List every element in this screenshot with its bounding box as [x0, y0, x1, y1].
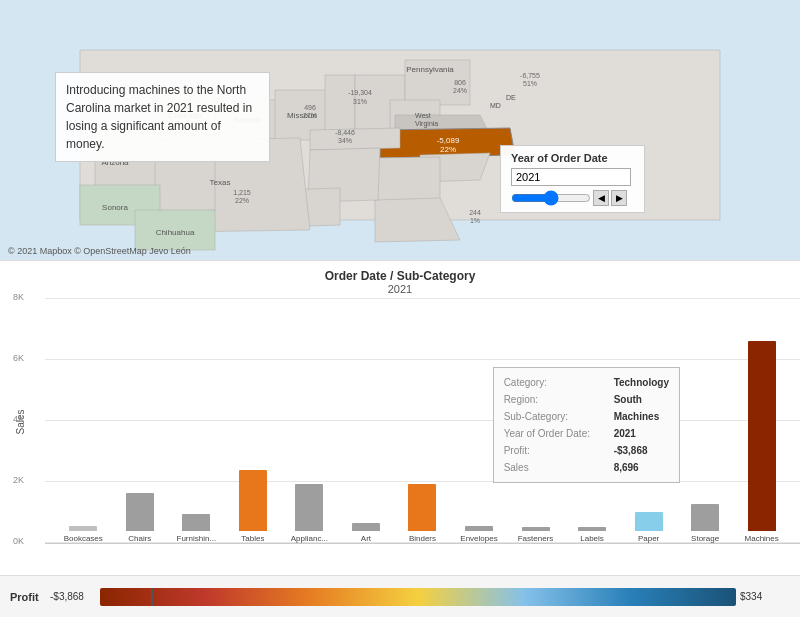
bar[interactable] [126, 493, 154, 531]
bar[interactable] [635, 512, 663, 531]
bar[interactable] [522, 527, 550, 531]
svg-text:806: 806 [454, 79, 466, 86]
bar-group: Envelopes [451, 299, 508, 543]
y-tick: 6K [13, 353, 24, 363]
y-tick: 2K [13, 475, 24, 485]
profit-gradient-bar [100, 588, 736, 606]
bar-group: Applianc... [281, 299, 338, 543]
bar[interactable] [465, 526, 493, 531]
year-prev-btn[interactable]: ◀ [593, 190, 609, 206]
svg-text:Chihuahua: Chihuahua [156, 228, 195, 237]
bar[interactable] [239, 470, 267, 531]
map-annotation: Introducing machines to the North Caroli… [55, 72, 270, 162]
bar-label: Binders [409, 534, 436, 543]
chart-section: Order Date / Sub-Category 2021 Sales 8K … [0, 260, 800, 575]
chart-title: Order Date / Sub-Category [0, 269, 800, 283]
bar-group: Furnishin... [168, 299, 225, 543]
svg-text:1,215: 1,215 [233, 189, 251, 196]
svg-text:-8,446: -8,446 [335, 129, 355, 136]
svg-text:1%: 1% [470, 217, 480, 224]
bar-label: Chairs [128, 534, 151, 543]
year-filter-input[interactable] [511, 168, 631, 186]
year-filter-label: Year of Order Date [511, 152, 634, 164]
bar-label: Envelopes [460, 534, 497, 543]
svg-text:22%: 22% [235, 197, 249, 204]
svg-text:27%: 27% [303, 112, 317, 119]
bar-group: Tables [225, 299, 282, 543]
svg-text:West: West [415, 112, 431, 119]
svg-text:Virginia: Virginia [415, 120, 438, 128]
bar-label: Bookcases [64, 534, 103, 543]
bar-label: Fasteners [518, 534, 554, 543]
svg-text:31%: 31% [353, 98, 367, 105]
svg-text:244: 244 [469, 209, 481, 216]
y-tick: 8K [13, 292, 24, 302]
profit-label: Profit [10, 591, 50, 603]
svg-text:51%: 51% [523, 80, 537, 87]
year-slider[interactable] [511, 190, 591, 206]
map-section: Colorado Kansas Missouri Pennsylvania -5… [0, 0, 800, 260]
bar-group: Bookcases [55, 299, 112, 543]
bar-label: Tables [241, 534, 264, 543]
bar-label: Labels [580, 534, 604, 543]
svg-text:-6,755: -6,755 [520, 72, 540, 79]
bar[interactable] [352, 523, 380, 531]
bar-group: Fasteners [507, 299, 564, 543]
svg-text:-19,304: -19,304 [348, 89, 372, 96]
bar[interactable] [69, 526, 97, 531]
profit-indicator [151, 588, 153, 606]
svg-text:22%: 22% [440, 145, 456, 154]
bar-group: Storage [677, 299, 734, 543]
bar[interactable] [578, 527, 606, 531]
bar[interactable] [295, 484, 323, 532]
annotation-text: Introducing machines to the North Caroli… [66, 83, 252, 151]
svg-text:-5,089: -5,089 [437, 136, 460, 145]
bar-group: Chairs [112, 299, 169, 543]
svg-text:496: 496 [304, 104, 316, 111]
svg-text:MD: MD [490, 102, 501, 109]
svg-text:DE: DE [506, 94, 516, 101]
svg-text:Pennsylvania: Pennsylvania [406, 65, 454, 74]
bar-group: Art [338, 299, 395, 543]
bar[interactable] [182, 514, 210, 531]
y-tick: 0K [13, 536, 24, 546]
bar[interactable] [691, 504, 719, 531]
bar-label: Art [361, 534, 371, 543]
chart-inner: 8K 6K 4K 2K 0K BookcasesChairsFurnishin.… [45, 299, 800, 544]
profit-section: Profit -$3,868 $334 [0, 575, 800, 617]
svg-text:34%: 34% [338, 137, 352, 144]
bar-label: Storage [691, 534, 719, 543]
bar[interactable] [408, 484, 436, 532]
chart-area: Sales 8K 6K 4K 2K 0K BookcasesChairsFurn… [0, 299, 800, 544]
profit-min-label: -$3,868 [50, 591, 100, 602]
profit-max-label: $334 [740, 591, 790, 602]
bar-group: Labels [564, 299, 621, 543]
year-next-btn[interactable]: ▶ [611, 190, 627, 206]
bar-group: Binders [394, 299, 451, 543]
svg-text:24%: 24% [453, 87, 467, 94]
bars-container: BookcasesChairsFurnishin...TablesApplian… [45, 299, 800, 543]
chart-subtitle: 2021 [0, 283, 800, 295]
bar-label: Machines [745, 534, 779, 543]
svg-text:Texas: Texas [210, 178, 231, 187]
map-copyright: © 2021 Mapbox © OpenStreetMap Jevo León [8, 246, 191, 256]
bar[interactable] [748, 341, 776, 531]
bar-label: Furnishin... [177, 534, 217, 543]
bar-group: Machines [733, 299, 790, 543]
bar-label: Applianc... [291, 534, 328, 543]
year-filter: Year of Order Date ◀ ▶ [500, 145, 645, 213]
y-tick: 4K [13, 414, 24, 424]
bar-label: Paper [638, 534, 659, 543]
bar-group: Paper [620, 299, 677, 543]
profit-gradient [100, 588, 736, 606]
svg-text:Sonora: Sonora [102, 203, 128, 212]
